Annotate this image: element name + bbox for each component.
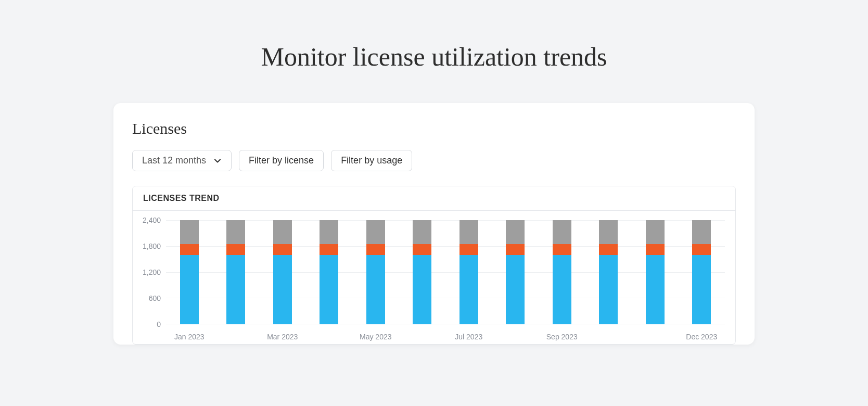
bar-column bbox=[459, 220, 478, 324]
plot-wrap: Jan 2023Mar 2023May 2023Jul 2023Sep 2023… bbox=[166, 220, 725, 344]
bar-column bbox=[692, 220, 711, 324]
bar-segment bbox=[273, 255, 292, 324]
bar-column bbox=[366, 220, 385, 324]
bar-segment bbox=[459, 220, 478, 244]
bar-segment bbox=[506, 220, 525, 244]
filter-license-label: Filter by license bbox=[249, 155, 314, 166]
bar-segment bbox=[599, 244, 618, 255]
bar-segment bbox=[320, 255, 338, 324]
bar-segment bbox=[320, 220, 338, 244]
bar-segment bbox=[180, 220, 199, 244]
bar-segment bbox=[553, 244, 571, 255]
page-container: Monitor license utilization trends Licen… bbox=[0, 0, 868, 406]
chart-panel: LICENSES TREND 2,4001,8001,2006000 Jan 2… bbox=[132, 186, 736, 345]
bar-segment bbox=[366, 255, 385, 324]
bar-segment bbox=[366, 220, 385, 244]
bar-column bbox=[273, 220, 292, 324]
filter-by-usage-button[interactable]: Filter by usage bbox=[331, 150, 412, 171]
bar-segment bbox=[320, 244, 338, 255]
filter-usage-label: Filter by usage bbox=[341, 155, 402, 166]
bar-segment bbox=[599, 255, 618, 324]
bar-segment bbox=[413, 255, 431, 324]
filter-by-license-button[interactable]: Filter by license bbox=[239, 150, 324, 171]
page-title: Monitor license utilization trends bbox=[261, 42, 607, 72]
time-range-dropdown[interactable]: Last 12 months bbox=[132, 150, 232, 171]
bar-segment bbox=[599, 220, 618, 244]
bar-segment bbox=[226, 255, 245, 324]
bar-segment bbox=[692, 244, 711, 255]
bar-column bbox=[180, 220, 199, 324]
bar-segment bbox=[506, 255, 525, 324]
bar-column bbox=[553, 220, 571, 324]
bar-column bbox=[599, 220, 618, 324]
chart-body: 2,4001,8001,2006000 Jan 2023Mar 2023May … bbox=[133, 211, 735, 344]
bar-segment bbox=[273, 244, 292, 255]
time-range-label: Last 12 months bbox=[142, 155, 206, 166]
licenses-card: Licenses Last 12 months Filter by licens… bbox=[113, 103, 755, 345]
bar-column bbox=[646, 220, 665, 324]
chevron-down-icon bbox=[213, 157, 222, 165]
bar-segment bbox=[646, 244, 665, 255]
card-title: Licenses bbox=[132, 120, 736, 137]
y-axis: 2,4001,8001,2006000 bbox=[133, 220, 166, 324]
bar-segment bbox=[273, 220, 292, 244]
bar-segment bbox=[692, 255, 711, 324]
bar-segment bbox=[180, 244, 199, 255]
bar-column bbox=[320, 220, 338, 324]
x-axis: Jan 2023Mar 2023May 2023Jul 2023Sep 2023… bbox=[166, 333, 725, 344]
bar-segment bbox=[692, 220, 711, 244]
bar-segment bbox=[366, 244, 385, 255]
bar-segment bbox=[413, 244, 431, 255]
bar-segment bbox=[506, 244, 525, 255]
bar-segment bbox=[459, 244, 478, 255]
bar-segment bbox=[226, 244, 245, 255]
filter-bar: Last 12 months Filter by license Filter … bbox=[132, 150, 736, 171]
bar-column bbox=[226, 220, 245, 324]
bar-segment bbox=[553, 220, 571, 244]
bar-segment bbox=[646, 255, 665, 324]
bar-segment bbox=[413, 220, 431, 244]
bar-segment bbox=[646, 220, 665, 244]
chart-title: LICENSES TREND bbox=[133, 186, 735, 211]
plot-area bbox=[166, 220, 725, 324]
bar-segment bbox=[459, 255, 478, 324]
bar-segment bbox=[553, 255, 571, 324]
bar-segment bbox=[226, 220, 245, 244]
bar-column bbox=[506, 220, 525, 324]
bar-column bbox=[413, 220, 431, 324]
bars-container bbox=[166, 220, 725, 324]
bar-segment bbox=[180, 255, 199, 324]
